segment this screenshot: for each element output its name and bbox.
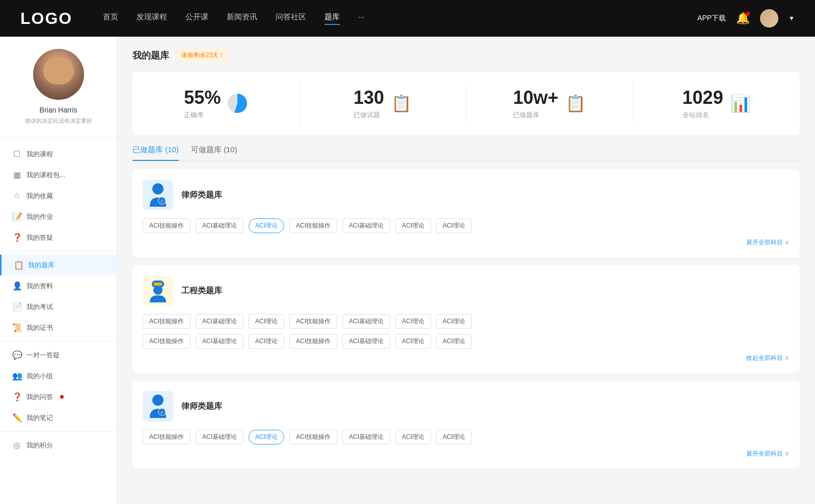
- l2-tag-0[interactable]: ACI技能操作: [143, 430, 191, 444]
- sidebar-item-one-to-one[interactable]: 💬 一对一答疑: [0, 345, 117, 366]
- tag-4[interactable]: ACI基础理论: [342, 218, 390, 233]
- nav-question-bank[interactable]: 题库: [324, 12, 340, 25]
- stat-ranking-label: 全站排名: [683, 110, 723, 120]
- svg-point-0: [152, 183, 164, 194]
- page-header: 我的题库 体验剩余23天！: [132, 49, 800, 62]
- accuracy-pie-chart: [228, 94, 247, 113]
- expand-link-3[interactable]: 展开全部科目 ∨: [143, 450, 790, 458]
- stat-accuracy-label: 正确率: [184, 110, 221, 120]
- stat-ranking-value: 1029: [683, 87, 723, 108]
- eng-tag-1[interactable]: ACI基础理论: [196, 314, 243, 329]
- qbank-engineer-icon: [143, 275, 173, 306]
- tag-1[interactable]: ACI基础理论: [196, 218, 243, 233]
- qbank-engineer-tags-row1: ACI技能操作 ACI基础理论 ACI理论 ACI技能操作 ACI基础理论 AC…: [143, 314, 790, 329]
- eng-tag-3[interactable]: ACI技能操作: [289, 314, 337, 329]
- qbank-engineer-tags-row2: ACI技能操作 ACI基础理论 ACI理论 ACI技能操作 ACI基础理论 AC…: [143, 334, 790, 349]
- nav-open-course[interactable]: 公开课: [185, 12, 208, 25]
- nav-more[interactable]: ···: [358, 12, 365, 25]
- chevron-down-icon[interactable]: ▼: [789, 15, 795, 22]
- tab-done-banks[interactable]: 已做题库 (10): [132, 145, 179, 161]
- sidebar-item-favorites[interactable]: ☆ 我的收藏: [0, 185, 117, 206]
- collapse-link[interactable]: 收起全部科目 ∧: [143, 354, 790, 362]
- l2-tag-2[interactable]: ACI理论: [249, 430, 284, 444]
- tag-6[interactable]: ACI理论: [436, 218, 472, 233]
- logo: LOGO: [20, 9, 72, 28]
- stat-done-questions: 130 已做试题 📋: [300, 82, 467, 125]
- tag-5[interactable]: ACI理论: [395, 218, 431, 233]
- star-icon: ☆: [12, 191, 21, 201]
- eng-tag-6[interactable]: ACI理论: [436, 314, 472, 329]
- package-icon: ▦: [12, 170, 21, 180]
- eng-tag-8[interactable]: ACI基础理论: [196, 334, 243, 349]
- tab-available-banks[interactable]: 可做题库 (10): [191, 145, 237, 161]
- qa-icon: ❓: [12, 233, 21, 242]
- sidebar-item-points[interactable]: ◎ 我的积分: [0, 435, 117, 456]
- l2-tag-5[interactable]: ACI理论: [395, 430, 431, 444]
- eng-tag-9[interactable]: ACI理论: [249, 334, 284, 349]
- navbar-right: APP下载 🔔 ▼: [697, 9, 795, 27]
- tag-2[interactable]: ACI理论: [249, 218, 284, 233]
- sidebar: Brian Harris 错误的决定比没有决定要好 ☐ 我的课程 ▦ 我的课程包…: [0, 37, 117, 504]
- avatar[interactable]: [760, 9, 778, 27]
- l2-tag-3[interactable]: ACI技能操作: [289, 430, 337, 444]
- nav-news[interactable]: 新闻资讯: [227, 12, 257, 25]
- l2-tag-6[interactable]: ACI理论: [436, 430, 472, 444]
- done-questions-icon: 📋: [391, 94, 412, 113]
- sidebar-item-my-course[interactable]: ☐ 我的课程: [0, 144, 117, 164]
- sidebar-item-course-package[interactable]: ▦ 我的课程包...: [0, 164, 117, 185]
- qbank-lawyer-1-tags: ACI技能操作 ACI基础理论 ACI理论 ACI技能操作 ACI基础理论 AC…: [143, 218, 790, 233]
- eng-tag-11[interactable]: ACI基础理论: [342, 334, 390, 349]
- svg-point-5: [153, 286, 162, 295]
- lawyer2-svg: ✓: [147, 394, 169, 419]
- certificate-icon: 📜: [12, 323, 21, 332]
- nav-discover[interactable]: 发现课程: [137, 12, 167, 25]
- bank-icon: 📋: [14, 260, 23, 270]
- chat-icon: 💬: [12, 350, 21, 360]
- sidebar-item-notes[interactable]: ✏️ 我的笔记: [0, 407, 117, 428]
- eng-tag-0[interactable]: ACI技能操作: [143, 314, 191, 329]
- sidebar-item-question-bank[interactable]: 📋 我的题库: [0, 255, 117, 275]
- group-icon: 👥: [12, 371, 21, 381]
- l2-tag-4[interactable]: ACI基础理论: [342, 430, 390, 444]
- eng-tag-13[interactable]: ACI理论: [436, 334, 472, 349]
- svg-point-6: [152, 395, 164, 406]
- eng-tag-12[interactable]: ACI理论: [395, 334, 431, 349]
- sidebar-profile: Brian Harris 错误的决定比没有决定要好: [0, 49, 117, 137]
- qbank-engineer-name: 工程类题库: [181, 286, 222, 296]
- eng-tag-4[interactable]: ACI基础理论: [342, 314, 390, 329]
- eng-tag-5[interactable]: ACI理论: [395, 314, 431, 329]
- engineer-svg: [147, 278, 169, 303]
- tag-3[interactable]: ACI技能操作: [289, 218, 337, 233]
- qbank-card-lawyer-1: ✓ 律师类题库 ACI技能操作 ACI基础理论 ACI理论 ACI技能操作 AC…: [132, 170, 800, 257]
- sidebar-item-my-qa[interactable]: ❓ 我的答疑: [0, 227, 117, 248]
- divider-2: [0, 341, 117, 342]
- app-download-button[interactable]: APP下载: [697, 14, 726, 23]
- svg-text:✓: ✓: [160, 198, 164, 204]
- sidebar-menu: ☐ 我的课程 ▦ 我的课程包... ☆ 我的收藏 📝 我的作业 ❓ 我的答疑 📋: [0, 137, 117, 462]
- stat-done-questions-label: 已做试题: [354, 110, 384, 120]
- course-icon: ☐: [12, 149, 21, 159]
- eng-tag-2[interactable]: ACI理论: [249, 314, 284, 329]
- navbar: LOGO 首页 发现课程 公开课 新闻资讯 问答社区 题库 ··· APP下载 …: [0, 0, 815, 37]
- stat-done-banks-value: 10w+: [513, 87, 558, 108]
- qbank-lawyer-2-name: 律师类题库: [181, 401, 222, 412]
- notification-bell[interactable]: 🔔: [736, 12, 750, 25]
- tag-0[interactable]: ACI技能操作: [143, 218, 191, 233]
- profile-icon: 👤: [12, 281, 21, 291]
- qbank-card-engineer: 工程类题库 ACI技能操作 ACI基础理论 ACI理论 ACI技能操作 ACI基…: [132, 265, 800, 373]
- l2-tag-1[interactable]: ACI基础理论: [196, 430, 243, 444]
- sidebar-item-certificate[interactable]: 📜 我的证书: [0, 317, 117, 338]
- nav-qa[interactable]: 问答社区: [276, 12, 306, 25]
- eng-tag-10[interactable]: ACI技能操作: [289, 334, 337, 349]
- eng-tag-7[interactable]: ACI技能操作: [143, 334, 191, 349]
- layout: Brian Harris 错误的决定比没有决定要好 ☐ 我的课程 ▦ 我的课程包…: [0, 37, 815, 504]
- sidebar-item-group[interactable]: 👥 我的小组: [0, 366, 117, 386]
- lawyer-svg: ✓: [147, 182, 169, 208]
- expand-link-1[interactable]: 展开全部科目 ∨: [143, 238, 790, 247]
- sidebar-item-profile[interactable]: 👤 我的资料: [0, 275, 117, 296]
- page-title: 我的题库: [132, 49, 169, 62]
- nav-home[interactable]: 首页: [103, 12, 118, 25]
- sidebar-item-homework[interactable]: 📝 我的作业: [0, 206, 117, 227]
- sidebar-item-exam[interactable]: 📄 我的考试: [0, 296, 117, 317]
- sidebar-item-questions[interactable]: ❓ 我的问答: [0, 386, 117, 407]
